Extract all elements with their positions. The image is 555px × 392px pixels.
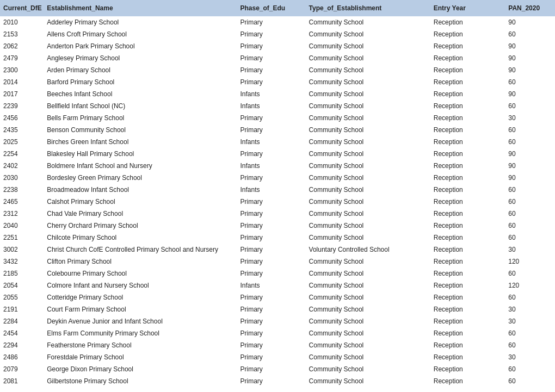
table-cell: 60 [505,100,555,112]
table-cell: 2010 [0,16,44,28]
table-cell: 60 [505,124,555,136]
table-cell: Reception [430,136,505,148]
table-cell: Reception [430,232,505,244]
table-cell: Blakesley Hall Primary School [44,148,237,160]
table-cell: Barford Primary School [44,76,237,88]
table-cell: Community School [306,291,430,303]
table-cell: 60 [505,375,555,387]
table-cell: 60 [505,28,555,40]
table-cell: 30 [505,315,555,327]
table-cell: 2402 [0,160,44,172]
table-cell: Community School [306,267,430,279]
table-cell: 2486 [0,351,44,363]
table-row: 2465Calshot Primary SchoolPrimaryCommuni… [0,196,555,208]
table-cell: Reception [430,28,505,40]
table-cell: Chad Vale Primary School [44,208,237,220]
table-cell: Primary [237,16,305,28]
table-cell: Community School [306,100,430,112]
header-entry: Entry Year [430,0,505,16]
table-cell: 90 [505,88,555,100]
table-row: 2251Chilcote Primary SchoolPrimaryCommun… [0,232,555,244]
table-cell: George Dixon Primary School [44,363,237,375]
table-cell: Clifton Primary School [44,256,237,267]
table-cell: Primary [237,291,305,303]
table-cell: Primary [237,256,305,267]
table-cell: Community School [306,339,430,351]
table-cell: Community School [306,184,430,196]
table-cell: Reception [430,208,505,220]
table-row: 2191Court Farm Primary SchoolPrimaryComm… [0,303,555,315]
table-row: 2239Bellfield Infant School (NC)InfantsC… [0,100,555,112]
table-cell: Primary [237,220,305,232]
table-row: 2010Adderley Primary SchoolPrimaryCommun… [0,16,555,28]
table-cell: 2055 [0,291,44,303]
table-cell: 2017 [0,88,44,100]
header-name: Establishment_Name [44,0,237,16]
table-row: 2185Colebourne Primary SchoolPrimaryComm… [0,267,555,279]
table-cell: Infants [237,184,305,196]
table-cell: 60 [505,220,555,232]
table-cell: 30 [505,112,555,124]
table-cell: 2239 [0,100,44,112]
table-cell: Community School [306,64,430,76]
table-cell: Primary [237,267,305,279]
table-cell: Community School [306,363,430,375]
table-row: 2030Bordesley Green Primary SchoolPrimar… [0,172,555,184]
table-cell: Adderley Primary School [44,16,237,28]
table-cell: Community School [306,232,430,244]
table-cell: 120 [505,256,555,267]
table-cell: Gilbertstone Primary School [44,375,237,387]
table-cell: Forestdale Primary School [44,351,237,363]
header-type: Type_of_Establishment [306,0,430,16]
table-cell: Cherry Orchard Primary School [44,220,237,232]
table-cell: Colebourne Primary School [44,267,237,279]
table-cell: 30 [505,351,555,363]
table-row: 2456Bells Farm Primary SchoolPrimaryComm… [0,112,555,124]
table-cell: 2254 [0,148,44,160]
table-row: 2153Allens Croft Primary SchoolPrimaryCo… [0,28,555,40]
table-cell: Community School [306,327,430,339]
table-cell: 2030 [0,172,44,184]
table-cell: Community School [306,160,430,172]
header-row: Current_DfE Establishment_Name Phase_of_… [0,0,555,16]
table-cell: 60 [505,184,555,196]
table-cell: Reception [430,339,505,351]
table-cell: 60 [505,232,555,244]
table-cell: Calshot Primary School [44,196,237,208]
table-cell: 3002 [0,244,44,256]
table-cell: 2238 [0,184,44,196]
table-cell: 2014 [0,76,44,88]
table-cell: 90 [505,148,555,160]
table-cell: 2294 [0,339,44,351]
table-cell: 2465 [0,196,44,208]
table-cell: Reception [430,220,505,232]
table-cell: Primary [237,52,305,64]
table-row: 2055Cotteridge Primary SchoolPrimaryComm… [0,291,555,303]
table-cell: Community School [306,16,430,28]
table-cell: Court Farm Primary School [44,303,237,315]
table-cell: Infants [237,279,305,291]
table-cell: 3432 [0,256,44,267]
table-cell: Community School [306,172,430,184]
table-cell: Primary [237,339,305,351]
table-cell: 90 [505,64,555,76]
table-cell: Reception [430,64,505,76]
table-cell: Primary [237,232,305,244]
table-cell: Reception [430,196,505,208]
table-cell: Chilcote Primary School [44,232,237,244]
table-cell: Reception [430,279,505,291]
table-cell: Primary [237,375,305,387]
table-cell: 2062 [0,40,44,52]
table-cell: 2251 [0,232,44,244]
table-cell: 90 [505,16,555,28]
table-cell: Reception [430,256,505,267]
table-cell: Reception [430,244,505,256]
table-cell: Primary [237,363,305,375]
table-cell: 2081 [0,375,44,387]
table-cell: Featherstone Primary School [44,339,237,351]
table-cell: Community School [306,220,430,232]
table-cell: Primary [237,327,305,339]
table-cell: 90 [505,40,555,52]
table-cell: Bellfield Infant School (NC) [44,100,237,112]
table-cell: Primary [237,112,305,124]
